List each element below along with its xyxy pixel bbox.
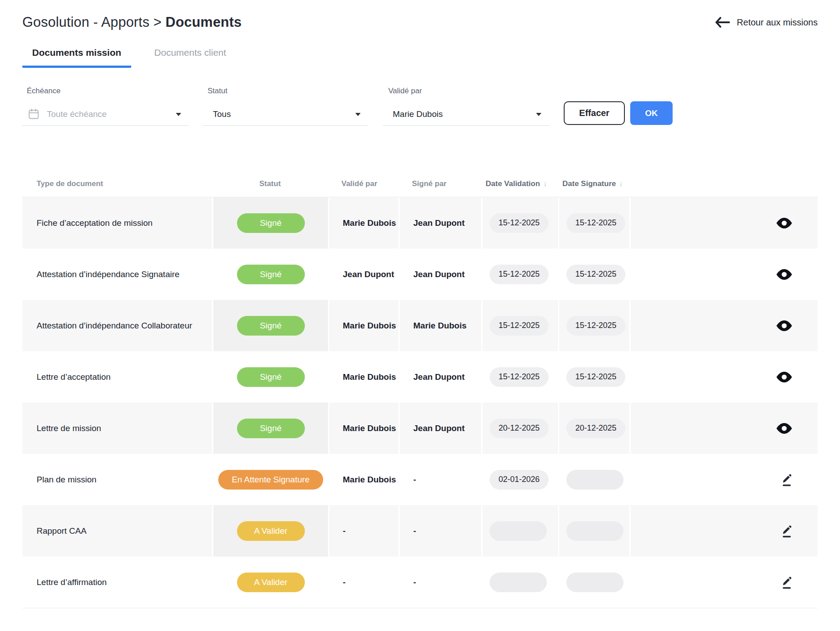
tab-documents-client[interactable]: Documents client [145, 47, 236, 68]
date-signature-pill: 20-12-2025 [566, 419, 625, 438]
signed-by: Marie Dubois [413, 321, 466, 331]
echeance-select[interactable]: Toute échéance [22, 103, 189, 126]
eye-icon [776, 217, 793, 229]
status-badge: Signé [237, 265, 305, 284]
clear-filters-button[interactable]: Effacer [564, 101, 625, 125]
document-type: Plan de mission [37, 475, 96, 485]
date-signature-pill: 15-12-2025 [566, 367, 625, 387]
calendar-icon [28, 108, 40, 120]
date-signature-pill [566, 521, 624, 541]
document-type: Attestation d’indépendance Collaborateur [37, 321, 192, 331]
validated-by: Marie Dubois [343, 372, 396, 382]
table-row: Lettre d’acceptation Signé Marie Dubois … [22, 351, 818, 403]
edit-button[interactable] [781, 524, 793, 538]
ok-button[interactable]: OK [630, 101, 673, 125]
edit-button[interactable] [781, 473, 793, 486]
documents-page: Gosolution - Apports > Documents Retour … [0, 0, 840, 631]
column-header-datesig[interactable]: Date Signature↓ [558, 170, 629, 197]
table-row: Fiche d’acceptation de mission Signé Mar… [22, 197, 818, 249]
column-header-statut: Statut [212, 170, 328, 197]
topbar: Gosolution - Apports > Documents Retour … [22, 0, 818, 32]
date-validation-pill [490, 573, 547, 592]
documents-table: Type de documentStatutValidé parSigné pa… [22, 170, 818, 608]
table-row: Rapport CAA A Valider - - [22, 505, 818, 556]
statut-select[interactable]: Tous [203, 103, 368, 126]
status-badge: Signé [237, 419, 305, 438]
signed-by: Jean Dupont [413, 218, 465, 228]
pencil-icon [781, 524, 793, 538]
table-header: Type de documentStatutValidé parSigné pa… [22, 170, 818, 197]
column-header-dateval[interactable]: Date Validation↓ [481, 170, 558, 197]
echeance-value: Toute échéance [47, 109, 107, 119]
back-link-label: Retour aux missions [737, 17, 818, 28]
tab-bar: Documents mission Documents client [22, 47, 818, 68]
status-badge: En Attente Signature [218, 470, 323, 490]
validated-by: Marie Dubois [343, 218, 396, 228]
sort-descending-icon[interactable]: ↓ [543, 179, 547, 188]
filter-bar: Échéance Toute échéance [22, 87, 818, 126]
view-button[interactable] [776, 320, 793, 332]
date-validation-pill: 15-12-2025 [490, 316, 549, 336]
table-body: Fiche d’acceptation de mission Signé Mar… [22, 197, 818, 608]
column-header-signe: Signé par [399, 170, 481, 197]
pencil-icon [781, 473, 793, 486]
signed-by: Jean Dupont [413, 423, 465, 433]
date-validation-pill: 02-01-2026 [490, 470, 549, 490]
document-type: Rapport CAA [37, 526, 87, 536]
date-validation-pill: 15-12-2025 [490, 213, 549, 233]
eye-icon [776, 371, 793, 383]
valide-par-value: Marie Dubois [393, 109, 443, 119]
document-type: Lettre d’acceptation [37, 372, 111, 382]
pencil-icon [781, 575, 793, 589]
status-badge: Signé [237, 367, 305, 387]
chevron-down-icon [175, 110, 182, 118]
view-button[interactable] [776, 371, 793, 383]
date-validation-pill: 15-12-2025 [490, 265, 549, 284]
view-button[interactable] [776, 423, 793, 434]
document-type: Lettre d’affirmation [37, 577, 107, 587]
view-button[interactable] [776, 217, 793, 229]
table-row: Plan de mission En Attente Signature Mar… [22, 454, 818, 505]
date-validation-pill: 15-12-2025 [490, 367, 549, 387]
signed-by: Jean Dupont [413, 270, 465, 279]
signed-by: - [413, 577, 416, 587]
date-signature-pill [566, 573, 624, 592]
validated-by: Jean Dupont [343, 270, 394, 279]
table-row: Lettre d’affirmation A Valider - - [22, 556, 818, 608]
edit-button[interactable] [781, 575, 793, 589]
eye-icon [776, 269, 793, 280]
validated-by: - [343, 577, 345, 587]
status-badge: A Valider [237, 521, 305, 541]
date-signature-pill: 15-12-2025 [566, 265, 625, 284]
signed-by: - [413, 526, 416, 536]
status-badge: A Valider [237, 573, 305, 592]
validated-by: Marie Dubois [343, 321, 396, 331]
date-signature-pill [566, 470, 624, 490]
eye-icon [776, 320, 793, 332]
chevron-down-icon [536, 110, 542, 118]
statut-label: Statut [208, 87, 368, 95]
date-validation-pill [490, 521, 547, 541]
document-type: Lettre de mission [37, 423, 101, 433]
status-badge: Signé [237, 316, 305, 336]
validated-by: Marie Dubois [343, 475, 396, 485]
table-row: Attestation d’indépendance Collaborateur… [22, 300, 818, 351]
date-signature-pill: 15-12-2025 [566, 213, 625, 233]
status-badge: Signé [237, 213, 305, 233]
validated-by: Marie Dubois [343, 423, 396, 433]
view-button[interactable] [776, 269, 793, 280]
tab-documents-mission[interactable]: Documents mission [22, 47, 131, 68]
statut-value: Tous [213, 109, 231, 119]
date-signature-pill: 15-12-2025 [566, 316, 625, 336]
valide-par-select[interactable]: Marie Dubois [383, 103, 549, 126]
chevron-down-icon [355, 110, 361, 118]
document-type: Fiche d’acceptation de mission [37, 218, 153, 228]
echeance-label: Échéance [27, 87, 189, 95]
eye-icon [776, 423, 793, 434]
sort-descending-icon[interactable]: ↓ [619, 179, 623, 188]
page-title: Gosolution - Apports > Documents [22, 14, 241, 30]
table-row: Attestation d’indépendance Signataire Si… [22, 249, 818, 300]
signed-by: - [413, 475, 416, 485]
back-to-missions-link[interactable]: Retour aux missions [715, 17, 818, 28]
breadcrumb: Gosolution - Apports > [22, 14, 166, 30]
